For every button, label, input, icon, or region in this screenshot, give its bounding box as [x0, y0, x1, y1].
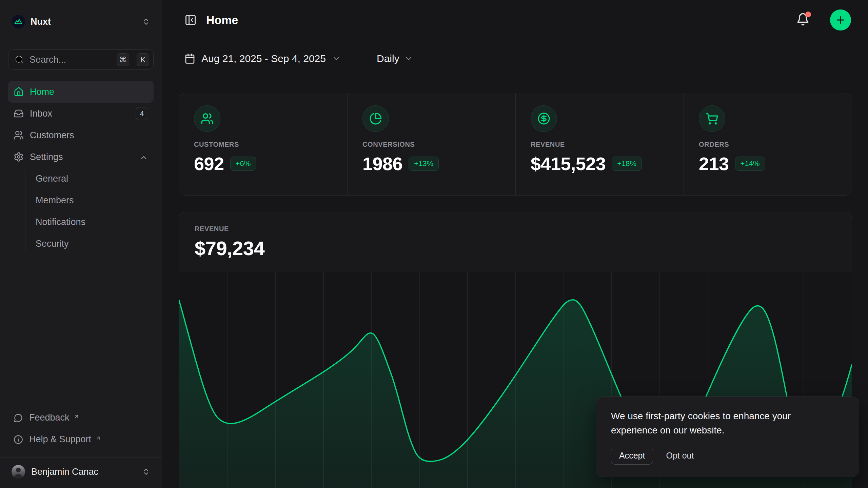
stat-value: 692 — [194, 153, 224, 174]
chevrons-up-down-icon — [142, 468, 150, 476]
inbox-count-badge: 4 — [136, 107, 148, 120]
nuxt-logo-icon — [12, 15, 25, 28]
stat-label: REVENUE — [531, 141, 669, 148]
filter-toolbar: Aug 21, 2025 - Sep 4, 2025 Daily — [162, 40, 868, 77]
sidebar-item-inbox[interactable]: Inbox 4 — [8, 103, 154, 124]
stat-value: 213 — [699, 153, 729, 174]
users-icon — [14, 130, 24, 140]
sidebar-item-label: Settings — [30, 152, 63, 162]
granularity-select[interactable]: Daily — [377, 53, 413, 64]
home-icon — [14, 87, 24, 97]
sidebar-nav: Home Inbox 4 Customers Setting — [8, 81, 154, 255]
stat-label: CUSTOMERS — [194, 141, 332, 148]
shortcut-key-cmd: ⌘ — [117, 53, 129, 66]
sidebar-item-security[interactable]: Security — [36, 233, 154, 255]
cookie-message: We use first-party cookies to enhance yo… — [611, 409, 818, 437]
stat-delta-badge: +6% — [230, 157, 256, 171]
cookie-banner: We use first-party cookies to enhance yo… — [596, 396, 859, 477]
notification-dot — [805, 12, 811, 17]
search-input[interactable]: Search... ⌘ K — [8, 49, 154, 70]
shortcut-key-k: K — [137, 53, 149, 66]
sidebar-item-home[interactable]: Home — [8, 81, 154, 103]
date-range-value: Aug 21, 2025 - Sep 4, 2025 — [201, 53, 326, 64]
settings-submenu: General Members Notifications Security — [8, 168, 154, 255]
sidebar-spacer — [8, 255, 154, 407]
sidebar-item-settings[interactable]: Settings — [8, 146, 154, 168]
workspace-name: Nuxt — [31, 17, 137, 27]
chevron-down-icon — [332, 54, 341, 63]
collapse-sidebar-icon[interactable] — [184, 14, 197, 26]
date-range-picker[interactable]: Aug 21, 2025 - Sep 4, 2025 — [184, 53, 341, 64]
user-menu[interactable]: Benjamin Canac — [8, 461, 154, 483]
dollar-circle-icon — [531, 105, 557, 132]
plus-icon — [835, 15, 846, 25]
stat-customers[interactable]: CUSTOMERS 692 +6% — [179, 93, 347, 195]
content: CUSTOMERS 692 +6% CONVERSIONS 1986 +13% — [162, 77, 868, 488]
gear-icon — [14, 152, 24, 162]
sidebar-item-label: Inbox — [30, 108, 52, 119]
page-header: Home — [162, 0, 868, 40]
feedback-label: Feedback — [29, 412, 70, 423]
stat-label: CONVERSIONS — [362, 141, 500, 148]
search-icon — [15, 55, 24, 64]
inbox-icon — [14, 108, 24, 119]
user-name: Benjamin Canac — [31, 467, 136, 477]
help-support-link[interactable]: Help & Support — [8, 429, 154, 450]
revenue-value: $79,234 — [195, 237, 836, 260]
search-placeholder: Search... — [29, 55, 109, 65]
avatar — [12, 465, 25, 479]
optout-cookies-button[interactable]: Opt out — [666, 451, 694, 461]
revenue-header: REVENUE $79,234 — [179, 212, 852, 272]
chevrons-up-down-icon — [142, 18, 150, 26]
notifications-button[interactable] — [796, 13, 810, 27]
chevron-down-icon — [404, 54, 413, 63]
sidebar-item-notifications[interactable]: Notifications — [36, 211, 154, 233]
stat-revenue[interactable]: REVENUE $415,523 +18% — [515, 93, 684, 195]
external-link-icon — [95, 433, 101, 439]
stat-conversions[interactable]: CONVERSIONS 1986 +13% — [347, 93, 515, 195]
feedback-link[interactable]: Feedback — [8, 407, 154, 429]
workspace-switcher[interactable]: Nuxt — [8, 12, 154, 31]
stat-delta-badge: +14% — [735, 157, 765, 171]
sidebar: Nuxt Search... ⌘ K Home Inbox — [0, 0, 162, 488]
revenue-label: REVENUE — [195, 225, 836, 233]
stats-row: CUSTOMERS 692 +6% CONVERSIONS 1986 +13% — [179, 93, 852, 196]
stat-delta-badge: +18% — [612, 157, 642, 171]
app-root: Nuxt Search... ⌘ K Home Inbox — [0, 0, 868, 488]
sidebar-item-members[interactable]: Members — [36, 189, 154, 211]
shopping-cart-icon — [699, 105, 725, 132]
stat-value: $415,523 — [531, 153, 606, 174]
external-link-icon — [74, 412, 79, 418]
stat-label: ORDERS — [699, 141, 837, 148]
chevron-up-icon — [139, 152, 148, 161]
sidebar-item-label: Customers — [30, 130, 74, 141]
sidebar-item-label: Home — [30, 87, 54, 97]
accept-cookies-button[interactable]: Accept — [611, 447, 653, 465]
page-title: Home — [206, 14, 787, 27]
add-button[interactable] — [830, 9, 851, 30]
sidebar-item-customers[interactable]: Customers — [8, 124, 154, 146]
stat-delta-badge: +13% — [409, 157, 439, 171]
users-icon — [194, 105, 220, 132]
stat-orders[interactable]: ORDERS 213 +14% — [684, 93, 852, 195]
info-circle-icon — [14, 435, 23, 444]
stat-value: 1986 — [362, 153, 402, 174]
help-support-label: Help & Support — [29, 434, 91, 445]
sidebar-item-general[interactable]: General — [36, 168, 154, 189]
sidebar-divider — [0, 457, 162, 458]
calendar-icon — [184, 53, 195, 64]
message-circle-icon — [14, 413, 23, 423]
pie-chart-icon — [362, 105, 389, 132]
granularity-value: Daily — [377, 53, 399, 64]
main-area: Home Aug 21, 2025 - Sep 4, 2025 Daily — [162, 0, 868, 488]
